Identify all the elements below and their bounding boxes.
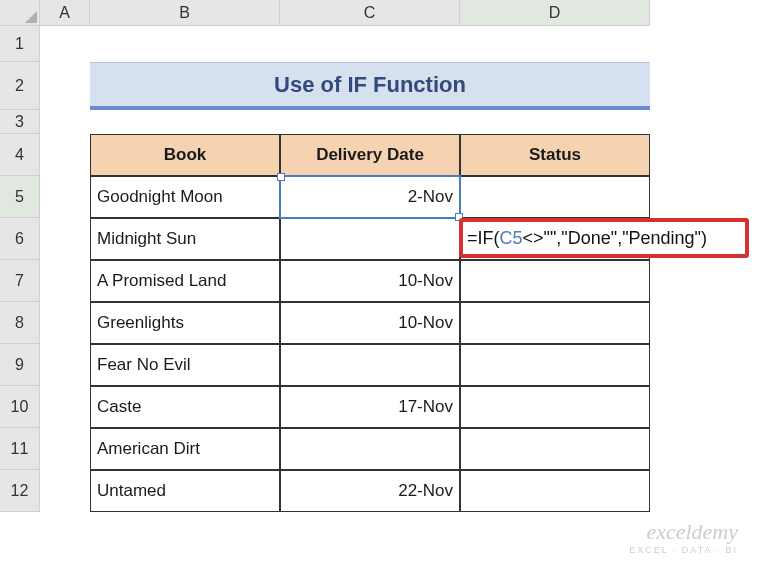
cell-b6[interactable]: Midnight Sun bbox=[90, 218, 280, 260]
cell-b1[interactable] bbox=[90, 26, 280, 62]
cell-b8[interactable]: Greenlights bbox=[90, 302, 280, 344]
cell-c10[interactable]: 17-Nov bbox=[280, 386, 460, 428]
cell-a6[interactable] bbox=[40, 218, 90, 260]
cell-d3[interactable] bbox=[460, 110, 650, 134]
header-status[interactable]: Status bbox=[460, 134, 650, 176]
cell-b11[interactable]: American Dirt bbox=[90, 428, 280, 470]
row-header-11[interactable]: 11 bbox=[0, 428, 40, 470]
cell-a1[interactable] bbox=[40, 26, 90, 62]
row-header-3[interactable]: 3 bbox=[0, 110, 40, 134]
cell-c8[interactable]: 10-Nov bbox=[280, 302, 460, 344]
watermark: exceldemy EXCEL · DATA · BI bbox=[629, 519, 738, 555]
cell-c9[interactable] bbox=[280, 344, 460, 386]
cell-d11[interactable] bbox=[460, 428, 650, 470]
formula-prefix: =IF( bbox=[467, 228, 500, 249]
formula-edit-overlay[interactable]: =IF(C5<>"","Done","Pending") bbox=[459, 218, 749, 258]
col-header-b[interactable]: B bbox=[90, 0, 280, 26]
cell-a7[interactable] bbox=[40, 260, 90, 302]
row-header-2[interactable]: 2 bbox=[0, 62, 40, 110]
cell-a9[interactable] bbox=[40, 344, 90, 386]
row-header-6[interactable]: 6 bbox=[0, 218, 40, 260]
row-header-8[interactable]: 8 bbox=[0, 302, 40, 344]
cell-b10[interactable]: Caste bbox=[90, 386, 280, 428]
cell-c3[interactable] bbox=[280, 110, 460, 134]
row-header-1[interactable]: 1 bbox=[0, 26, 40, 62]
cell-d5[interactable] bbox=[460, 176, 650, 218]
cell-b12[interactable]: Untamed bbox=[90, 470, 280, 512]
formula-ref: C5 bbox=[500, 228, 523, 249]
cell-d9[interactable] bbox=[460, 344, 650, 386]
cell-b7[interactable]: A Promised Land bbox=[90, 260, 280, 302]
cell-a5[interactable] bbox=[40, 176, 90, 218]
row-header-9[interactable]: 9 bbox=[0, 344, 40, 386]
cell-b5[interactable]: Goodnight Moon bbox=[90, 176, 280, 218]
cell-c1[interactable] bbox=[280, 26, 460, 62]
cell-c7[interactable]: 10-Nov bbox=[280, 260, 460, 302]
cell-a3[interactable] bbox=[40, 110, 90, 134]
cell-d7[interactable] bbox=[460, 260, 650, 302]
header-book[interactable]: Book bbox=[90, 134, 280, 176]
cell-a8[interactable] bbox=[40, 302, 90, 344]
cell-d10[interactable] bbox=[460, 386, 650, 428]
cell-c12[interactable]: 22-Nov bbox=[280, 470, 460, 512]
cell-a10[interactable] bbox=[40, 386, 90, 428]
cell-c5[interactable]: 2-Nov bbox=[280, 176, 460, 218]
cell-d12[interactable] bbox=[460, 470, 650, 512]
row-header-5[interactable]: 5 bbox=[0, 176, 40, 218]
row-header-7[interactable]: 7 bbox=[0, 260, 40, 302]
cell-c6[interactable] bbox=[280, 218, 460, 260]
select-all-corner[interactable] bbox=[0, 0, 40, 26]
watermark-brand: exceldemy bbox=[629, 519, 738, 545]
row-header-12[interactable]: 12 bbox=[0, 470, 40, 512]
col-header-d[interactable]: D bbox=[460, 0, 650, 26]
cell-a2[interactable] bbox=[40, 62, 90, 110]
cell-b3[interactable] bbox=[90, 110, 280, 134]
title-cell[interactable]: Use of IF Function bbox=[90, 62, 650, 110]
header-delivery[interactable]: Delivery Date bbox=[280, 134, 460, 176]
watermark-tagline: EXCEL · DATA · BI bbox=[629, 545, 738, 555]
cell-d1[interactable] bbox=[460, 26, 650, 62]
cell-a12[interactable] bbox=[40, 470, 90, 512]
cell-a11[interactable] bbox=[40, 428, 90, 470]
col-header-c[interactable]: C bbox=[280, 0, 460, 26]
cell-a4[interactable] bbox=[40, 134, 90, 176]
cell-b9[interactable]: Fear No Evil bbox=[90, 344, 280, 386]
cell-c11[interactable] bbox=[280, 428, 460, 470]
formula-suffix: <>"","Done","Pending") bbox=[523, 228, 707, 249]
row-header-10[interactable]: 10 bbox=[0, 386, 40, 428]
col-header-a[interactable]: A bbox=[40, 0, 90, 26]
cell-d8[interactable] bbox=[460, 302, 650, 344]
row-header-4[interactable]: 4 bbox=[0, 134, 40, 176]
